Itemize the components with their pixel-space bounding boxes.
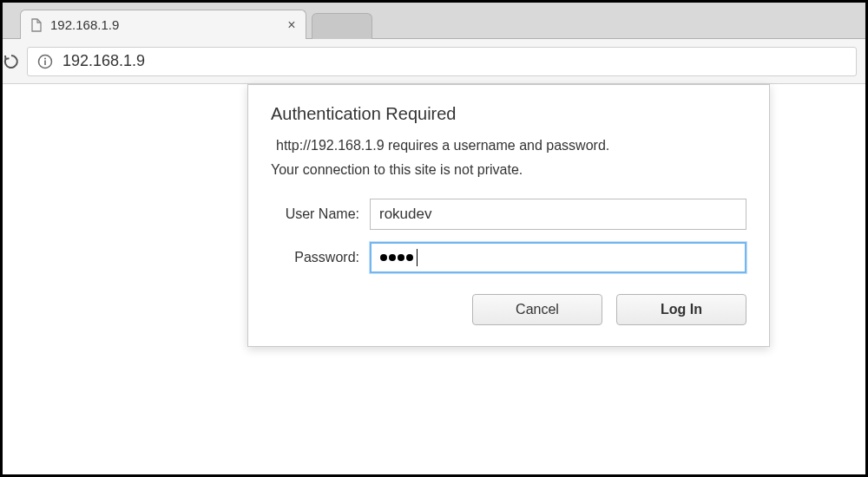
inactive-tab[interactable] <box>312 13 372 39</box>
username-input[interactable] <box>370 199 746 230</box>
site-info-icon[interactable] <box>36 53 54 70</box>
dialog-title: Authentication Required <box>271 104 746 124</box>
address-bar[interactable]: 192.168.1.9 <box>27 47 857 76</box>
page-icon <box>30 18 43 32</box>
active-tab[interactable]: 192.168.1.9 × <box>20 10 306 39</box>
username-row: User Name: <box>271 199 746 230</box>
dialog-message-1: http://192.168.1.9 requires a username a… <box>271 138 746 154</box>
svg-point-1 <box>44 57 46 59</box>
login-button[interactable]: Log In <box>616 294 746 325</box>
password-label: Password: <box>271 250 370 265</box>
toolbar: 192.168.1.9 <box>3 39 865 84</box>
tab-strip: 192.168.1.9 × <box>3 3 865 39</box>
page-content: Authentication Required http://192.168.1… <box>3 84 865 474</box>
password-row: Password: <box>271 242 746 273</box>
url-text: 192.168.1.9 <box>62 52 145 70</box>
close-tab-icon[interactable]: × <box>286 20 297 30</box>
reload-icon[interactable] <box>3 53 20 70</box>
dialog-buttons: Cancel Log In <box>271 294 746 325</box>
tab-title: 192.168.1.9 <box>50 17 279 32</box>
cancel-button[interactable]: Cancel <box>472 294 602 325</box>
svg-rect-2 <box>44 60 46 65</box>
dialog-message-2: Your connection to this site is not priv… <box>271 162 746 178</box>
password-input[interactable] <box>370 242 746 273</box>
username-label: User Name: <box>271 206 370 222</box>
auth-dialog: Authentication Required http://192.168.1… <box>247 84 770 347</box>
